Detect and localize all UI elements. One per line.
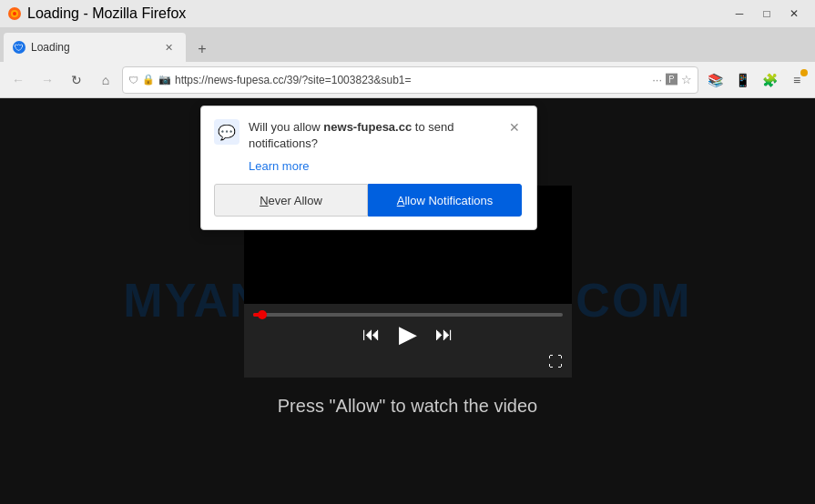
learn-more-link[interactable]: Learn more <box>249 159 522 173</box>
navbar: ← → ↻ ⌂ 🛡 🔒 📷 https://news-fupesa.cc/39/… <box>0 62 815 98</box>
notification-dot <box>800 69 808 76</box>
menu-icon: ≡ <box>793 73 800 87</box>
popup-text: Will you allow news-fupesa.cc to send no… <box>249 119 498 152</box>
pocket-icon[interactable]: 🅿 <box>666 73 677 86</box>
allow-notifications-button[interactable]: Allow Notifications <box>368 184 522 217</box>
urlbar-icons: ··· 🅿 ☆ <box>652 73 692 86</box>
extensions-button[interactable]: 🧩 <box>757 67 782 93</box>
urlbar-more-icon[interactable]: ··· <box>652 73 662 86</box>
video-buttons: ⏮ ▶ ⏭ <box>253 317 563 352</box>
reload-button[interactable]: ↻ <box>64 67 89 93</box>
notification-popup: 💬 Will you allow news-fupesa.cc to send … <box>200 106 537 230</box>
close-button[interactable]: ✕ <box>780 0 808 27</box>
url-text: https://news-fupesa.cc/39/?site=1003823&… <box>175 74 648 86</box>
popup-chat-icon: 💬 <box>214 119 239 145</box>
new-tab-button[interactable]: + <box>189 36 215 62</box>
fullscreen-button[interactable]: ⛶ <box>548 354 563 370</box>
home-button[interactable]: ⌂ <box>93 67 118 93</box>
video-progress[interactable] <box>253 313 563 317</box>
back-button[interactable]: ← <box>5 67 31 93</box>
lock-icon: 🛡 <box>128 75 138 86</box>
popup-buttons: Never Allow Allow Notifications <box>214 184 522 217</box>
video-fullscreen: ⛶ <box>253 352 563 372</box>
progress-dot <box>258 310 267 319</box>
library-button[interactable]: 📚 <box>702 67 728 93</box>
play-button[interactable]: ▶ <box>399 320 417 348</box>
menu-button[interactable]: ≡ <box>784 67 810 93</box>
titlebar: Loading - Mozilla Firefox ─ □ ✕ <box>0 0 815 27</box>
titlebar-controls: ─ □ ✕ <box>726 0 808 27</box>
prev-button[interactable]: ⏮ <box>362 324 381 345</box>
video-caption: Press "Allow" to watch the video <box>278 396 537 417</box>
forward-button[interactable]: → <box>35 67 60 93</box>
tabbar: 🛡 Loading ✕ + <box>0 27 815 62</box>
video-progress-fill <box>253 313 262 317</box>
popup-header: 💬 Will you allow news-fupesa.cc to send … <box>214 119 522 152</box>
maximize-button[interactable]: □ <box>753 0 780 27</box>
minimize-button[interactable]: ─ <box>726 0 753 27</box>
navbar-right: 📚 📱 🧩 ≡ <box>702 67 810 93</box>
next-button[interactable]: ⏭ <box>435 324 453 345</box>
video-controls: ⏮ ▶ ⏭ ⛶ <box>244 304 572 378</box>
never-allow-label: Never Allow <box>260 194 322 207</box>
never-allow-button[interactable]: Never Allow <box>214 184 368 217</box>
titlebar-left: Loading - Mozilla Firefox <box>7 5 186 22</box>
camera-icon: 📷 <box>158 74 171 86</box>
active-tab[interactable]: 🛡 Loading ✕ <box>4 33 186 62</box>
firefox-icon <box>7 6 22 21</box>
secure-icon: 🔒 <box>142 74 155 86</box>
popup-message-prefix: Will you allow <box>249 120 323 134</box>
tab-label: Loading <box>31 41 155 54</box>
allow-notifications-label: Allow Notifications <box>397 194 494 207</box>
synced-tabs-button[interactable]: 📱 <box>729 67 755 93</box>
page-content: MYANTISPYWARE.COM 💬 Will you allow news-… <box>0 98 815 504</box>
tab-favicon: 🛡 <box>13 41 25 54</box>
svg-point-2 <box>13 12 16 15</box>
popup-domain: news-fupesa.cc <box>323 120 412 134</box>
tab-close-button[interactable]: ✕ <box>160 39 177 55</box>
urlbar[interactable]: 🛡 🔒 📷 https://news-fupesa.cc/39/?site=10… <box>122 66 698 94</box>
popup-close-button[interactable]: ✕ <box>507 119 522 136</box>
titlebar-title: Loading - Mozilla Firefox <box>27 5 186 22</box>
bookmark-icon[interactable]: ☆ <box>681 73 692 86</box>
